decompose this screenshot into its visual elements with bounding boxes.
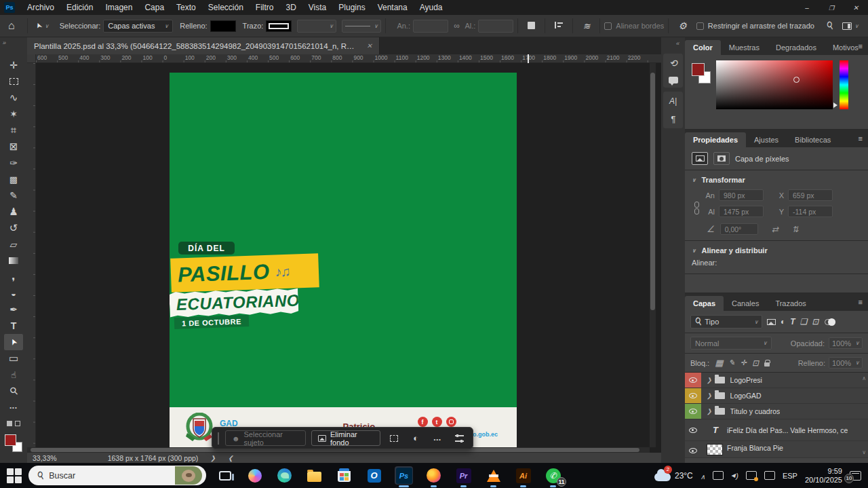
filter-shape-button[interactable] — [800, 317, 808, 326]
tab-ajustes[interactable]: Ajustes — [746, 132, 787, 147]
constrain-path-option[interactable]: Restringir el arrastre del trazado — [696, 22, 814, 30]
document-tab[interactable]: Plantilla 2025.psd al 33,3% (504664122_5… — [27, 37, 380, 54]
link-dimensions-icon[interactable] — [690, 193, 703, 222]
scroll-down-caret[interactable] — [862, 449, 866, 455]
filter-type-button[interactable] — [790, 317, 795, 326]
path-selection-tool[interactable] — [4, 334, 23, 350]
menu-item[interactable]: Imagen — [99, 0, 138, 15]
pen-tool[interactable] — [4, 301, 23, 318]
vertical-ruler[interactable] — [27, 63, 36, 447]
expand-tools-button[interactable] — [0, 37, 27, 54]
tab-canales[interactable]: Canales — [724, 296, 767, 311]
lock-transparency-icon[interactable] — [715, 358, 723, 368]
filter-toggle[interactable] — [825, 319, 835, 325]
home-button[interactable] — [0, 20, 23, 32]
menu-item[interactable]: Capa — [138, 0, 170, 15]
character-panel-button[interactable] — [669, 96, 677, 106]
comments-panel-button[interactable] — [669, 77, 678, 83]
menu-item[interactable]: Texto — [170, 0, 202, 15]
notification-center-button[interactable]: 10 — [850, 471, 861, 481]
select-subject-button[interactable]: Seleccionar sujeto — [225, 430, 306, 446]
tray-device-icon[interactable] — [713, 471, 724, 480]
disclosure-chevron-icon[interactable] — [707, 392, 712, 399]
filter-adjustment-button[interactable] — [781, 317, 785, 326]
lock-artboard-icon[interactable] — [752, 358, 759, 368]
network-icon[interactable] — [764, 471, 775, 480]
vertical-scrollbar[interactable] — [650, 63, 656, 447]
more-options-button[interactable] — [429, 430, 446, 446]
menu-item[interactable]: Selección — [202, 0, 250, 15]
zoom-tool[interactable] — [4, 383, 23, 399]
tab-trazados[interactable]: Trazados — [767, 296, 814, 311]
search-icon[interactable] — [826, 20, 833, 31]
tab-close-button[interactable] — [367, 42, 372, 50]
adjustments-button[interactable] — [408, 430, 424, 446]
gradient-tool[interactable] — [4, 252, 23, 269]
layer-row[interactable]: iFeliz Día del Pas... Valle Hermoso, ce — [685, 419, 868, 441]
panel-menu-button[interactable] — [859, 134, 863, 143]
healing-brush-tool[interactable] — [4, 171, 23, 187]
taskbar-search[interactable]: Buscar — [28, 466, 206, 485]
lasso-tool[interactable] — [4, 90, 23, 106]
disclosure-chevron-icon[interactable] — [707, 377, 712, 383]
path-operations-button[interactable] — [522, 22, 540, 31]
tab-propiedades[interactable]: Propiedades — [685, 132, 746, 147]
panel-menu-button[interactable] — [859, 298, 863, 306]
path-alignment-button[interactable] — [549, 22, 568, 30]
path-arrangement-button[interactable] — [577, 21, 595, 31]
mask-button[interactable] — [713, 152, 730, 165]
move-tool[interactable] — [4, 57, 23, 73]
eyedropper-tool[interactable] — [4, 155, 23, 171]
copilot-button[interactable] — [245, 466, 264, 485]
visibility-eye-icon[interactable] — [689, 409, 697, 414]
visibility-eye-icon[interactable] — [689, 393, 697, 398]
fill-value[interactable]: 100% — [829, 357, 863, 369]
hue-slider-pointer[interactable] — [833, 102, 837, 108]
collapse-panels-button[interactable] — [671, 37, 685, 50]
file-explorer-button[interactable] — [305, 466, 323, 485]
panel-menu-button[interactable] — [859, 42, 863, 50]
layer-row[interactable]: Franja Blanca Pie — [685, 441, 868, 458]
layer-row[interactable]: LogoPresi — [685, 373, 868, 388]
workspace-switcher[interactable] — [842, 22, 859, 30]
filter-pixel-button[interactable] — [767, 319, 776, 325]
pixel-layer-button[interactable] — [692, 152, 708, 165]
stroke-type-dropdown[interactable] — [342, 20, 381, 33]
tool-settings-button[interactable] — [673, 20, 692, 31]
color-swatches[interactable] — [5, 434, 22, 452]
menu-item[interactable]: Ventana — [372, 0, 414, 15]
zoom-level[interactable]: 33,33% — [33, 454, 57, 462]
tray-expand-chevron[interactable] — [701, 470, 705, 482]
layer-name[interactable]: LogoPresi — [730, 376, 762, 384]
color-field[interactable] — [716, 60, 833, 109]
layer-name[interactable]: LogoGAD — [730, 392, 762, 400]
tab-degradados[interactable]: Degradados — [768, 40, 825, 55]
opacity-value[interactable]: 100% — [829, 337, 863, 349]
layer-row[interactable]: LogoGAD — [685, 388, 868, 404]
volume-icon[interactable] — [731, 472, 738, 480]
tab-bibliotecas[interactable]: Bibliotecas — [787, 132, 839, 147]
stroke-width-dropdown[interactable] — [297, 20, 336, 33]
y-value[interactable]: -114 px — [788, 206, 833, 217]
lock-pixels-icon[interactable] — [728, 358, 734, 367]
clock[interactable]: 9:59 20/10/2025 — [805, 467, 842, 485]
width-value[interactable]: 980 px — [719, 189, 764, 201]
frame-tool[interactable] — [4, 138, 23, 155]
quick-mask-buttons[interactable] — [4, 415, 23, 432]
history-brush-tool[interactable] — [4, 220, 23, 236]
scroll-up-caret[interactable] — [862, 375, 866, 381]
quick-selection-tool[interactable] — [4, 106, 23, 122]
lock-position-icon[interactable] — [741, 358, 747, 367]
hue-slider[interactable] — [840, 60, 848, 109]
outlook-button[interactable]: O — [365, 466, 383, 485]
menu-item[interactable]: Archivo — [21, 0, 60, 15]
transform-header[interactable]: Transformar — [685, 170, 868, 187]
transform-selection-button[interactable] — [386, 430, 402, 446]
tab-color[interactable]: Color — [685, 40, 721, 55]
drag-handle[interactable] — [218, 432, 220, 445]
dodge-tool[interactable] — [4, 285, 23, 301]
clone-stamp-tool[interactable] — [4, 204, 23, 220]
illustrator-button[interactable]: Ai — [514, 466, 532, 485]
hand-tool[interactable] — [4, 367, 23, 383]
width-input[interactable] — [413, 20, 448, 33]
